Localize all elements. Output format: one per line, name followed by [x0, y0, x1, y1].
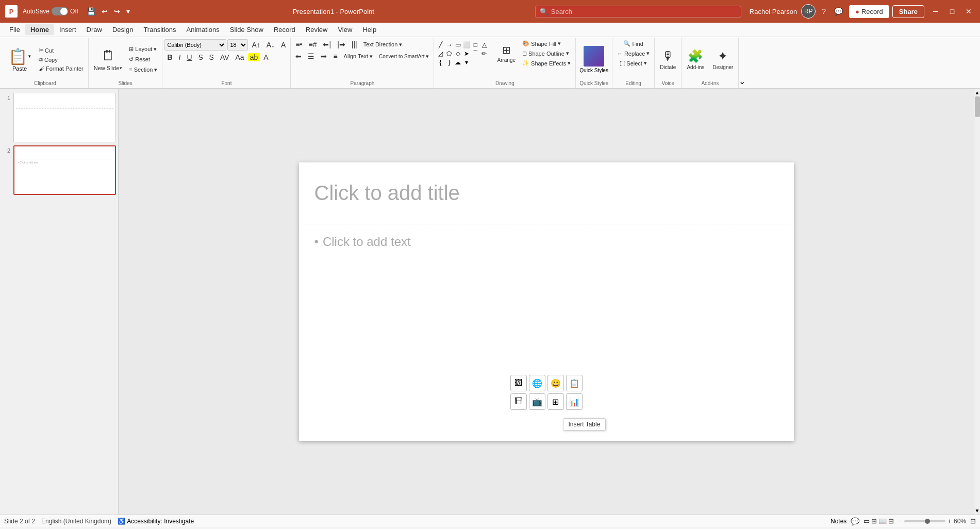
insert-icons-button[interactable]: 😀: [547, 375, 564, 391]
menu-animations[interactable]: Animations: [181, 24, 225, 35]
underline-button[interactable]: U: [184, 52, 194, 62]
paste-button[interactable]: 📋 ▾ Paste: [4, 45, 35, 74]
shape-line[interactable]: ╱: [436, 41, 444, 49]
zoom-out-button[interactable]: −: [898, 517, 902, 525]
bullet-list-button[interactable]: ≡•: [293, 39, 305, 49]
slide-thumb-container-2[interactable]: 2 • Click to add text: [2, 145, 116, 195]
canvas-area[interactable]: Click to add title • Click to add text 🖼…: [119, 89, 974, 515]
strikethrough-button[interactable]: S̶: [196, 52, 206, 62]
scroll-up-button[interactable]: ▲: [974, 89, 980, 96]
menu-view[interactable]: View: [333, 24, 357, 35]
customize-qat-button[interactable]: ▾: [124, 6, 132, 16]
select-button[interactable]: ⬚ Select ▾: [617, 59, 650, 68]
shape-triangle[interactable]: △: [480, 41, 488, 49]
text-direction-button[interactable]: Text Direction ▾: [361, 40, 405, 49]
scroll-track[interactable]: [974, 96, 980, 507]
arrange-button[interactable]: ⊞ Arrange: [494, 42, 519, 64]
paste-dropdown-arrow[interactable]: ▾: [28, 54, 31, 59]
align-right-button[interactable]: ➡: [318, 51, 329, 61]
bold-button[interactable]: B: [164, 52, 175, 62]
save-button[interactable]: 💾: [85, 6, 97, 16]
shape-outline-button[interactable]: ◻ Shape Outline ▾: [520, 49, 573, 58]
user-avatar[interactable]: RP: [801, 4, 816, 19]
shape-cloud[interactable]: ☁: [454, 58, 462, 67]
menu-record[interactable]: Record: [269, 24, 301, 35]
justify-button[interactable]: ≡: [330, 51, 340, 61]
designer-button[interactable]: ✦ Designer: [709, 47, 736, 72]
view-reading-button[interactable]: 📖: [878, 517, 887, 525]
decrease-font-button[interactable]: A↓: [264, 40, 277, 50]
addins-button[interactable]: 🧩 Add-ins: [684, 47, 707, 72]
insert-table-button[interactable]: ⊞: [547, 393, 564, 410]
title-placeholder[interactable]: Click to add title: [299, 162, 794, 224]
shape-curve[interactable]: ⌒: [471, 49, 479, 58]
italic-button[interactable]: I: [176, 52, 184, 62]
quick-styles-button[interactable]: Quick Styles: [578, 44, 610, 75]
vertical-scrollbar[interactable]: ▲ ▼: [974, 89, 980, 515]
text-shadow-button[interactable]: S: [207, 52, 217, 62]
change-case-button[interactable]: Aa: [233, 52, 247, 62]
view-presenter-button[interactable]: ⊟: [888, 517, 894, 525]
shape-brace-r[interactable]: }: [445, 58, 453, 67]
feedback-icon[interactable]: 💬: [832, 6, 845, 16]
share-button[interactable]: Share: [892, 5, 924, 18]
select-arrow[interactable]: ▾: [644, 60, 647, 67]
search-bar[interactable]: 🔍: [535, 6, 741, 18]
insert-video-button[interactable]: 🎞: [510, 393, 527, 410]
menu-draw[interactable]: Draw: [81, 24, 107, 35]
close-button[interactable]: ✕: [961, 4, 976, 19]
scroll-thumb[interactable]: [975, 96, 980, 117]
new-slide-arrow[interactable]: ▾: [120, 65, 122, 71]
comments-button[interactable]: 💬: [851, 517, 859, 525]
smartart-arrow[interactable]: ▾: [426, 53, 429, 60]
redo-button[interactable]: ↪: [112, 6, 122, 16]
shape-effects-button[interactable]: ✨ Shape Effects ▾: [520, 59, 573, 68]
shape-rtriangle[interactable]: ◿: [436, 49, 444, 58]
view-normal-button[interactable]: ▭: [863, 517, 870, 525]
shape-diamond[interactable]: ◇: [454, 49, 462, 58]
new-slide-button[interactable]: 🗒 New Slide ▾: [91, 46, 126, 73]
zoom-slider[interactable]: [904, 520, 945, 522]
insert-online-pictures-button[interactable]: 🌐: [529, 375, 545, 391]
shape-more[interactable]: ▾: [462, 58, 471, 67]
align-center-button[interactable]: ☰: [305, 51, 317, 61]
highlight-button[interactable]: ab: [248, 53, 260, 61]
shape-brace-l[interactable]: {: [436, 58, 444, 67]
slide-thumb-2[interactable]: • Click to add text: [13, 145, 116, 195]
shape-rect2[interactable]: □: [471, 41, 479, 49]
reset-button[interactable]: ↺ Reset: [126, 55, 160, 64]
notes-button[interactable]: Notes: [830, 518, 846, 525]
zoom-in-button[interactable]: +: [948, 517, 952, 525]
help-icon[interactable]: ?: [820, 6, 828, 16]
search-input[interactable]: [551, 8, 737, 15]
shape-fill-arrow[interactable]: ▾: [558, 40, 561, 47]
font-family-select[interactable]: Calibri (Body): [164, 39, 226, 51]
content-placeholder[interactable]: • Click to add text 🖼 🌐 😀 📋 🎞 📺 ⊞ 📊 I: [299, 224, 794, 441]
shape-arrow-line[interactable]: →: [445, 41, 453, 49]
insert-chart-button[interactable]: 📊: [566, 393, 583, 410]
menu-design[interactable]: Design: [107, 24, 138, 35]
shape-effects-arrow[interactable]: ▾: [568, 60, 571, 67]
menu-help[interactable]: Help: [357, 24, 381, 35]
font-size-select[interactable]: 18: [227, 39, 248, 51]
copy-button[interactable]: ⧉ Copy: [36, 55, 86, 64]
menu-transitions[interactable]: Transitions: [138, 24, 181, 35]
char-spacing-button[interactable]: AV: [218, 52, 232, 62]
replace-button[interactable]: ↔ Replace ▾: [614, 49, 652, 58]
undo-button[interactable]: ↩: [99, 6, 110, 16]
record-button[interactable]: ● Record: [849, 5, 889, 18]
shape-arrow[interactable]: ➤: [462, 49, 471, 58]
format-painter-button[interactable]: 🖌 Format Painter: [36, 64, 86, 73]
dictate-button[interactable]: 🎙 Dictate: [657, 47, 679, 72]
view-slide-sorter-button[interactable]: ⊞: [871, 517, 877, 525]
align-text-button[interactable]: Align Text ▾: [341, 52, 376, 61]
shape-roundrect[interactable]: ⬜: [462, 41, 471, 49]
menu-home[interactable]: Home: [25, 24, 54, 35]
menu-insert[interactable]: Insert: [54, 24, 81, 35]
menu-slideshow[interactable]: Slide Show: [225, 24, 269, 35]
menu-review[interactable]: Review: [301, 24, 333, 35]
accessibility-button[interactable]: ♿ Accessibility: Investigate: [118, 518, 194, 525]
shape-pentagon[interactable]: ⬠: [445, 49, 453, 58]
text-direction-arrow[interactable]: ▾: [399, 41, 402, 48]
ribbon-expand-button[interactable]: ⌄: [739, 76, 745, 86]
